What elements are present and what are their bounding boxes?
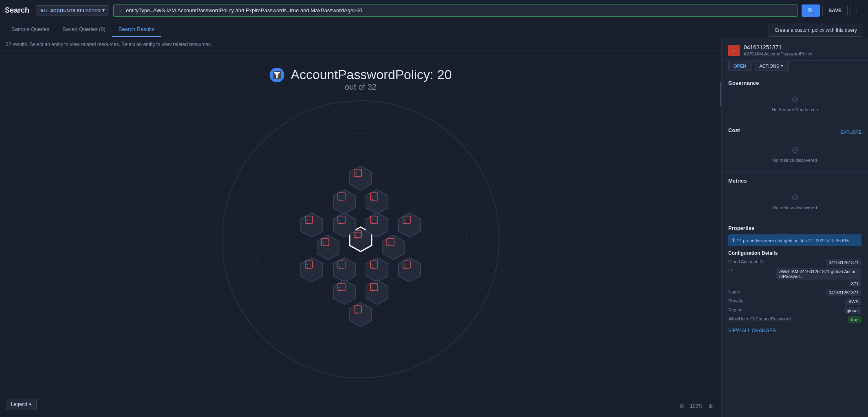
svg-text:✓: ✓ (355, 172, 357, 174)
hex-r4-l[interactable] (317, 235, 339, 260)
svg-text:✓: ✓ (322, 241, 325, 244)
svg-text:✗: ✗ (371, 199, 374, 201)
tab-sample-queries[interactable]: Sample Queries (5, 22, 56, 37)
svg-text:✓: ✓ (404, 218, 406, 221)
config-row-name: Name 041631251871 (728, 289, 861, 296)
entity-actions: OPEN ACTIONS ▾ (722, 61, 868, 75)
cost-section: Cost EXPLORE ⊘ No metrics discovered (722, 122, 868, 173)
entity-icon: ! (728, 45, 740, 56)
svg-text:✗: ✗ (371, 267, 374, 269)
svg-text:✗: ✗ (404, 267, 406, 269)
hex-r4-r[interactable] (382, 235, 404, 260)
config-val-name: 041631251871 (826, 289, 861, 296)
search-button[interactable]: 🔍 (802, 4, 820, 17)
hex-r5-2[interactable] (333, 258, 355, 282)
svg-text:✓: ✓ (404, 263, 406, 266)
svg-text:✗: ✗ (339, 267, 341, 269)
config-key: Cloud Account ID (728, 259, 773, 264)
svg-text:✓: ✓ (355, 308, 357, 311)
actions-button[interactable]: ACTIONS ▾ (754, 61, 789, 71)
svg-text:✓: ✓ (371, 195, 374, 198)
metrics-title: Metrics (728, 178, 861, 184)
zoom-out-button[interactable]: ⊖ (677, 402, 687, 410)
app-title: Search (5, 6, 29, 15)
svg-text:✓: ✓ (339, 263, 341, 266)
config-val-account-id: 041631251871 (826, 259, 861, 266)
config-row-account-id: Cloud Account ID 041631251871 (728, 259, 861, 266)
governance-title: Governance (728, 80, 861, 86)
config-row-provider: Provider AWS (728, 298, 861, 305)
config-row-allow-users: AllowUsersToChangePassword true (728, 316, 861, 323)
config-row-id: ID AWS.IAM.041631251871.global.AccountPa… (728, 268, 861, 287)
svg-text:✓: ✓ (339, 195, 341, 198)
svg-text:✓: ✓ (306, 218, 308, 221)
config-val-provider: AWS (846, 298, 861, 305)
cost-no-data: ⊘ No metrics discovered (728, 140, 861, 168)
svg-text:✓: ✓ (339, 286, 341, 289)
content-area: 32 results. Select an entity to view rel… (0, 38, 868, 417)
chevron-down-icon: ▾ (29, 402, 31, 407)
hex-r6-r[interactable] (366, 280, 388, 304)
checkmark-icon: ✓ (119, 7, 123, 14)
account-selector[interactable]: ALL ACCOUNTS SELECTED ▾ (36, 5, 109, 15)
svg-text:✓: ✓ (388, 241, 390, 244)
svg-rect-55 (731, 48, 736, 53)
tab-saved-queries[interactable]: Saved Queries (0) (56, 22, 112, 37)
create-custom-policy-button[interactable]: Create a custom policy with this query (769, 24, 863, 37)
hex-r6-l[interactable] (333, 280, 355, 304)
app-header: Search ALL ACCOUNTS SELECTED ▾ ✓ entityT… (0, 0, 868, 21)
config-key-region: Region (728, 307, 773, 312)
view-all-changes-link[interactable]: VIEW ALL CHANGES (728, 325, 861, 336)
chevron-down-icon: ▾ (781, 63, 783, 68)
save-button[interactable]: SAVE (822, 5, 848, 16)
zoom-in-button[interactable]: ⊕ (706, 402, 716, 410)
hex-bottom[interactable] (350, 302, 372, 327)
svg-text:✗: ✗ (371, 222, 374, 225)
svg-text:✗: ✗ (355, 175, 357, 178)
config-val-region: global (844, 307, 861, 314)
svg-text:✓: ✓ (306, 263, 308, 266)
governance-no-data: ⊘ No Secure Clouds data (728, 89, 861, 117)
open-button[interactable]: OPEN (728, 61, 751, 71)
hex-r5-4[interactable] (399, 258, 421, 282)
config-val-id2: 871 (848, 280, 861, 287)
right-panel: ! 041631251871 AWS.IAM.AccountPasswordPo… (721, 38, 868, 417)
hex-r3-1[interactable] (301, 213, 323, 237)
query-bar: ✓ entityType=AWS.IAM.AccountPasswordPoli… (113, 4, 798, 17)
properties-title: Properties (728, 225, 861, 231)
chevron-down-icon: ▾ (102, 8, 105, 13)
hex-r2-r[interactable] (366, 190, 388, 214)
cost-title: Cost (728, 127, 740, 133)
results-info: 32 results. Select an entity to view rel… (0, 38, 721, 51)
no-data-icon: ⊘ (791, 94, 799, 105)
visualization-area: ⬛ AccountPasswordPolicy: 20 out of 32 (0, 51, 721, 415)
svg-text:✗: ✗ (355, 311, 357, 314)
entity-info: 041631251871 AWS.IAM.AccountPasswordPoli… (744, 44, 812, 56)
svg-text:✓: ✓ (371, 263, 374, 266)
config-key-id: ID (728, 268, 773, 273)
config-title: Configuration Details (728, 250, 861, 256)
hex-grid-svg: ✓ ✗ ✓ ✗ ✓ ✗ ✓ ✗ ✓ ✗ (202, 80, 520, 398)
svg-text:✗: ✗ (306, 222, 308, 225)
tabs-bar: Sample Queries Saved Queries (0) Search … (0, 21, 868, 38)
tab-search-results[interactable]: Search Results (112, 22, 161, 37)
config-key-name: Name (728, 289, 773, 294)
legend-button[interactable]: Legend ▾ (6, 399, 37, 410)
hex-top[interactable] (350, 166, 372, 190)
more-button[interactable]: ··· (850, 5, 863, 16)
no-data-icon-cost: ⊘ (791, 145, 799, 155)
config-row-region: Region global (728, 307, 861, 314)
entity-id: 041631251871 (744, 44, 812, 51)
hex-r5-1[interactable] (301, 258, 323, 282)
svg-text:✗: ✗ (339, 289, 341, 292)
hex-r2-l[interactable] (333, 190, 355, 214)
svg-text:✓: ✓ (355, 234, 357, 236)
info-icon: ℹ (732, 237, 734, 243)
hex-r5-3[interactable] (366, 258, 388, 282)
hex-r3-4[interactable] (399, 213, 421, 237)
svg-text:✓: ✓ (371, 218, 374, 221)
explore-link[interactable]: EXPLORE (840, 130, 861, 135)
zoom-controls: ⊖ 100% ⊕ (677, 402, 716, 410)
svg-text:✓: ✓ (371, 286, 374, 289)
zoom-level: 100% (690, 403, 703, 409)
